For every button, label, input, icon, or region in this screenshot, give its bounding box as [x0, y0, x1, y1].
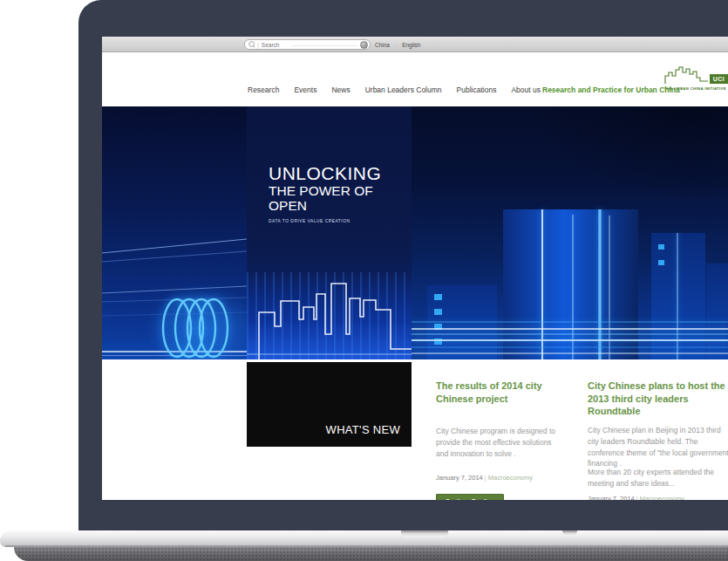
article-category[interactable]: Macroeconomy	[488, 474, 533, 482]
nav-item-urban-leaders-column[interactable]: Urban Leaders Column	[365, 86, 442, 94]
uci-monogram: UCI	[710, 74, 728, 84]
brand-tagline: Research and Practice for Urban China	[542, 86, 680, 94]
continue-reading-button[interactable]: Continue Reading	[436, 494, 504, 500]
article-meta: January 7, 2014|Macroeconomy	[588, 495, 684, 500]
browser-toolbar: | China · English	[102, 37, 728, 52]
hero-center-panel: UNLOCKING THE POWER OF OPEN DATA TO DRIV…	[247, 106, 412, 359]
lang-link-english[interactable]: English	[402, 42, 420, 48]
logo-wordmark: THE URBAN CHINA INITIATIVE	[664, 86, 726, 91]
search-dotted-line	[293, 45, 357, 46]
hero-title-line1: UNLOCKING	[269, 164, 412, 183]
nav-item-publications[interactable]: Publications	[457, 86, 497, 94]
article-category[interactable]: Macroeconomy	[640, 495, 684, 500]
page: | China · English Research Events News U…	[0, 0, 728, 561]
hero-title-line2: THE POWER OF OPEN	[269, 183, 412, 213]
lang-link-china[interactable]: China	[375, 42, 390, 48]
nav-item-about-us[interactable]: About us	[511, 86, 541, 94]
hero-banner: UNLOCKING THE POWER OF OPEN DATA TO DRIV…	[102, 106, 728, 359]
main-nav: Research Events News Urban Leaders Colum…	[248, 86, 541, 94]
meta-separator: |	[636, 495, 638, 500]
neon-buildings-art-icon	[412, 106, 728, 359]
search-input[interactable]	[262, 42, 293, 48]
nav-item-events[interactable]: Events	[294, 86, 316, 94]
site-logo[interactable]: UCI THE URBAN CHINA INITIATIVE	[664, 65, 728, 92]
whats-new-panel: WHAT'S NEW	[247, 362, 412, 447]
language-switcher: China · English	[375, 37, 420, 52]
hinge-notch	[401, 530, 448, 537]
laptop-base-underside	[14, 547, 728, 561]
whats-new-label: WHAT'S NEW	[326, 423, 400, 436]
search-icon	[248, 41, 255, 48]
search-submit-button[interactable]	[360, 41, 368, 49]
city-skyline-outline-icon	[247, 106, 412, 359]
lang-separator: ·	[395, 42, 397, 48]
neon-coil-art-icon	[102, 106, 247, 359]
nav-item-news[interactable]: News	[331, 86, 350, 94]
hero-left-art	[102, 106, 247, 359]
article-meta: January 7, 2014|Macroeconomy	[436, 474, 533, 482]
skyline-icon	[664, 65, 711, 85]
hero-right-art	[412, 106, 728, 359]
meta-separator: |	[485, 474, 486, 482]
article-body: City Chinese program is designed to prov…	[436, 426, 575, 459]
laptop-screen: | China · English Research Events News U…	[102, 37, 728, 500]
search-divider: |	[257, 42, 259, 48]
hero-subtitle: DATA TO DRIVE VALUE CREATION	[269, 219, 412, 223]
article-body: City Chinese plan in Beijing in 2013 thi…	[588, 425, 728, 469]
article-title-link[interactable]: The results of 2014 city Chinese project	[436, 380, 575, 405]
article-date: January 7, 2014	[436, 474, 483, 482]
nav-item-research[interactable]: Research	[248, 86, 279, 94]
search-box[interactable]: |	[244, 39, 371, 50]
article-date: January 7, 2014	[588, 495, 635, 500]
article-body-2: More than 20 city experts attended the m…	[588, 467, 728, 489]
hero-text-block: UNLOCKING THE POWER OF OPEN DATA TO DRIV…	[269, 164, 412, 223]
article-title-link[interactable]: City Chinese plans to host the 2013 thir…	[588, 380, 728, 418]
